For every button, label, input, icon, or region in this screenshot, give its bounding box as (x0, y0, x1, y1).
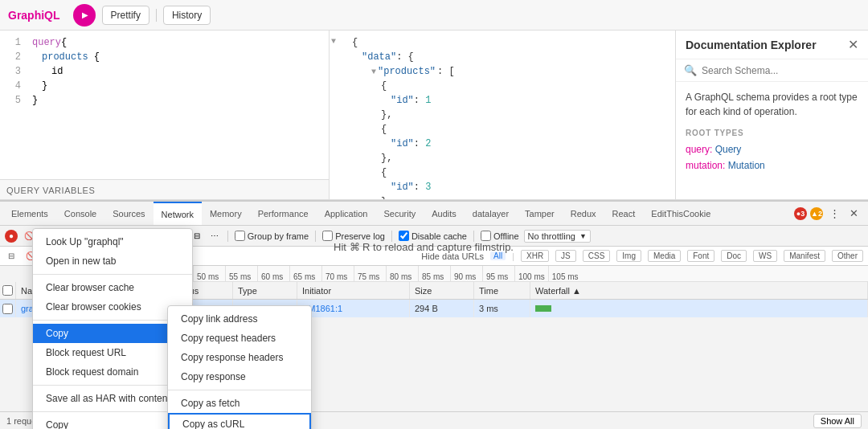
font-filter[interactable]: Font (687, 250, 714, 262)
play-button[interactable] (73, 4, 96, 27)
cm-open-new-tab[interactable]: Open in new tab (33, 251, 192, 271)
query-panel: 12345 query{ products { id } } QUERY VAR… (0, 31, 330, 199)
devtools-icons: ●3 ▲2 ⋮ ✕ (794, 206, 865, 221)
devtools-close-icon[interactable]: ✕ (846, 206, 862, 221)
tab-application[interactable]: Application (317, 202, 376, 226)
result-panel: ▼ { "data": { ▼ "products": [ { "id": 1 … (330, 31, 675, 199)
doc-body: A GraphQL schema provides a root type fo… (676, 82, 868, 184)
separator (156, 9, 157, 22)
doc-panel: Documentation Explorer ✕ 🔍 A GraphQL sch… (675, 31, 868, 199)
search-icon: 🔍 (684, 64, 697, 76)
query-vars-label: QUERY VARIABLES (6, 186, 95, 195)
sm-copy-link[interactable]: Copy link address (168, 309, 311, 329)
tab-memory[interactable]: Memory (202, 202, 250, 226)
warn-badge: ▲2 (810, 207, 823, 220)
graphiql-toolbar: GraphiQL Prettify History (0, 0, 868, 31)
sm-copy-response[interactable]: Copy response (168, 367, 311, 386)
row-waterfall (530, 300, 868, 317)
doc-close-button[interactable]: ✕ (848, 37, 858, 52)
sm-copy-response-headers[interactable]: Copy response headers (168, 348, 311, 367)
group-by-frame-label[interactable]: Group by frame (235, 231, 309, 241)
tab-network[interactable]: Network (154, 202, 202, 226)
query-keyword: query (32, 37, 61, 48)
row-time: 3 ms (474, 300, 530, 317)
doc-description: A GraphQL schema provides a root type fo… (686, 90, 858, 119)
disable-cache-label[interactable]: Disable cache (399, 231, 467, 241)
other-filter[interactable]: Other (832, 250, 863, 262)
devtools-tabs: Elements Console Sources Network Memory … (0, 202, 868, 226)
graphiql-main: 12345 query{ products { id } } QUERY VAR… (0, 31, 868, 200)
tab-react[interactable]: React (604, 202, 644, 226)
offline-checkbox[interactable] (481, 231, 491, 241)
row-size: 294 B (410, 300, 474, 317)
throttle-select[interactable]: No throttling ▼ (524, 230, 591, 243)
img-filter[interactable]: Img (616, 250, 641, 262)
tab-redux[interactable]: Redux (563, 202, 604, 226)
tab-datalayer[interactable]: datalayer (465, 202, 517, 226)
type-col-header[interactable]: Type (233, 282, 297, 299)
select-all-checkbox[interactable] (2, 285, 13, 296)
line-numbers: 12345 (0, 35, 26, 108)
js-filter[interactable]: JS (555, 250, 576, 262)
doc-title: Documentation Explorer (686, 39, 817, 51)
tab-console[interactable]: Console (56, 202, 104, 226)
doc-search-bar: 🔍 (676, 59, 868, 82)
graphiql-logo: GraphiQL (8, 9, 60, 22)
filter-funnel-icon[interactable]: ⊟ (5, 250, 18, 263)
time-col-header[interactable]: Time (474, 282, 530, 299)
preserve-log-label[interactable]: Preserve log (322, 231, 385, 241)
tab-tamper[interactable]: Tamper (517, 202, 563, 226)
tab-editthiscookie[interactable]: EditThisCookie (643, 202, 719, 226)
query-variables-bar[interactable]: QUERY VARIABLES (0, 179, 329, 199)
group-by-frame-checkbox[interactable] (235, 231, 245, 241)
sm-copy-as-curl[interactable]: Copy as cURL (168, 413, 311, 429)
root-type-query: query: Query (686, 144, 858, 155)
xhr-filter[interactable]: XHR (521, 250, 549, 262)
manifest-filter[interactable]: Manifest (784, 250, 825, 262)
root-types-label: ROOT TYPES (686, 129, 858, 137)
tab-security[interactable]: Security (375, 202, 424, 226)
tab-performance[interactable]: Performance (250, 202, 317, 226)
sm-copy-as-fetch[interactable]: Copy as fetch (168, 394, 311, 413)
cm-lookup[interactable]: Look Up "graphql" (33, 232, 192, 251)
row-checkbox[interactable] (2, 304, 13, 314)
disable-cache-checkbox[interactable] (399, 231, 409, 241)
collapse-arrow[interactable]: ▼ (331, 35, 336, 47)
cm-clear-cache[interactable]: Clear browser cache (33, 278, 192, 297)
history-button[interactable]: History (163, 6, 211, 25)
result-content: { "data": { ▼ "products": [ { "id": 1 },… (352, 35, 670, 199)
preserve-log-checkbox[interactable] (322, 231, 333, 241)
view-more-icon[interactable]: ⋯ (208, 230, 221, 243)
size-col-header[interactable]: Size (410, 282, 474, 299)
doc-header: Documentation Explorer ✕ (676, 31, 868, 59)
copy-submenu: Copy link address Copy request headers C… (167, 305, 312, 429)
products-field: products (42, 51, 88, 63)
id-field: id (51, 66, 63, 77)
sm-copy-request-headers[interactable]: Copy request headers (168, 329, 311, 348)
offline-label[interactable]: Offline (481, 231, 519, 241)
show-all-button[interactable]: Show All (813, 414, 862, 428)
tab-sources[interactable]: Sources (104, 202, 153, 226)
query-editor[interactable]: query{ products { id } } (0, 31, 329, 179)
initiator-col-header[interactable]: Initiator (297, 282, 410, 299)
record-button[interactable]: ● (5, 230, 18, 243)
tab-audits[interactable]: Audits (424, 202, 465, 226)
row-initiator: VM1861:1 (297, 300, 410, 317)
doc-search-input[interactable] (702, 65, 860, 76)
prettify-button[interactable]: Prettify (102, 6, 149, 25)
error-badge: ●3 (794, 207, 807, 220)
tab-elements[interactable]: Elements (3, 202, 56, 226)
ws-filter[interactable]: WS (753, 250, 777, 262)
media-filter[interactable]: Media (648, 250, 681, 262)
css-filter[interactable]: CSS (583, 250, 611, 262)
more-icon[interactable]: ⋮ (826, 206, 843, 221)
waterfall-col-header[interactable]: Waterfall ▲ (530, 282, 868, 299)
root-type-mutation: mutation: Mutation (686, 160, 858, 171)
doc-filter[interactable]: Doc (721, 250, 747, 262)
